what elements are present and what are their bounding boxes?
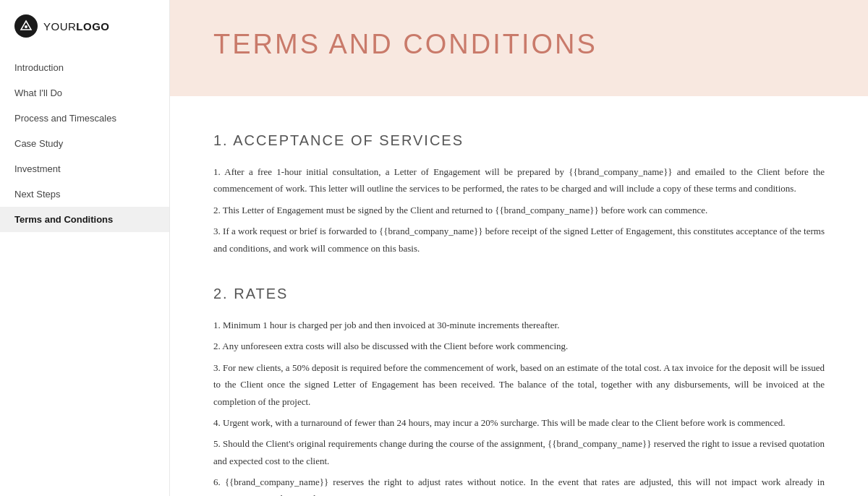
section-paragraph: 6. {{brand_company_name}} reserves the r… [213, 474, 825, 496]
sidebar-nav: IntroductionWhat I'll DoProcess and Time… [0, 55, 169, 232]
logo-your: YOUR [43, 20, 76, 33]
logo-area: YOURLOGO [0, 0, 169, 55]
section-body-rates: 1. Minimum 1 hour is charged per job and… [213, 317, 825, 496]
logo-text: YOURLOGO [43, 20, 110, 33]
main-content: TERMS AND CONDITIONS 1. ACCEPTANCE OF SE… [170, 0, 868, 496]
section-paragraph: 1. After a free 1-hour initial consultat… [213, 163, 825, 197]
section-paragraph: 2. Any unforeseen extra costs will also … [213, 338, 825, 354]
section-heading-rates: 2. RATES [213, 286, 825, 302]
section-paragraph: 4. Urgent work, with a turnaround of few… [213, 414, 825, 431]
section-paragraph: 3. If a work request or brief is forward… [213, 223, 825, 257]
section-heading-acceptance: 1. ACCEPTANCE OF SERVICES [213, 132, 825, 149]
section-paragraph: 3. For new clients, a 50% deposit is req… [213, 359, 825, 410]
section-paragraph: 5. Should the Client's original requirem… [213, 435, 825, 469]
sidebar-item-introduction[interactable]: Introduction [0, 55, 169, 80]
sidebar: YOURLOGO IntroductionWhat I'll DoProcess… [0, 0, 170, 496]
logo-icon [14, 14, 38, 38]
sidebar-item-next-steps[interactable]: Next Steps [0, 181, 169, 207]
sidebar-item-case-study[interactable]: Case Study [0, 131, 169, 156]
sidebar-item-process-timescales[interactable]: Process and Timescales [0, 106, 169, 131]
section-paragraph: 1. Minimum 1 hour is charged per job and… [213, 317, 825, 333]
sidebar-item-terms-conditions[interactable]: Terms and Conditions [0, 207, 169, 232]
svg-point-1 [25, 25, 27, 28]
content-area[interactable]: 1. ACCEPTANCE OF SERVICES1. After a free… [170, 96, 868, 496]
section-body-acceptance: 1. After a free 1-hour initial consultat… [213, 163, 825, 257]
page-title: TERMS AND CONDITIONS [213, 29, 825, 60]
header-banner: TERMS AND CONDITIONS [170, 0, 868, 96]
sidebar-item-investment[interactable]: Investment [0, 156, 169, 181]
sidebar-item-what-ill-do[interactable]: What I'll Do [0, 80, 169, 106]
logo-logo: LOGO [76, 20, 109, 33]
section-paragraph: 2. This Letter of Engagement must be sig… [213, 202, 825, 218]
